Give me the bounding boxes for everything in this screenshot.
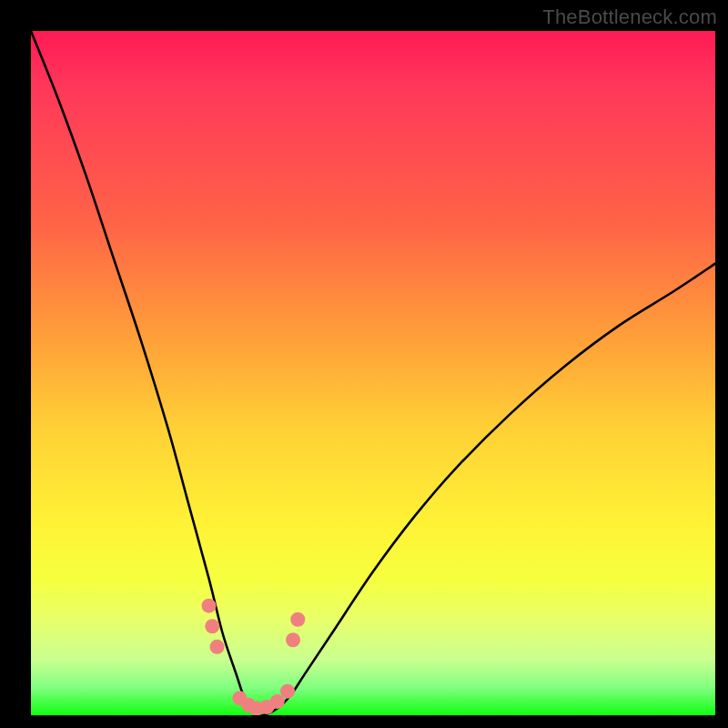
plot-area <box>31 31 715 715</box>
chart-frame: TheBottleneck.com <box>0 0 728 728</box>
highlight-dot <box>280 684 295 699</box>
highlight-dot <box>270 694 285 709</box>
highlight-dots <box>202 599 306 715</box>
curve-layer <box>31 31 715 715</box>
highlight-dot <box>259 700 274 714</box>
highlight-dot <box>210 640 225 654</box>
bottleneck-curve-path <box>31 31 715 715</box>
bottleneck-curve <box>31 31 715 715</box>
highlight-dot <box>205 619 219 633</box>
highlight-dot <box>241 698 256 713</box>
highlight-dot <box>249 701 264 715</box>
highlight-dot <box>290 612 305 627</box>
highlight-dot <box>286 632 300 647</box>
highlight-dot <box>202 599 217 613</box>
highlight-dot <box>232 691 247 705</box>
watermark-text: TheBottleneck.com <box>542 5 717 29</box>
